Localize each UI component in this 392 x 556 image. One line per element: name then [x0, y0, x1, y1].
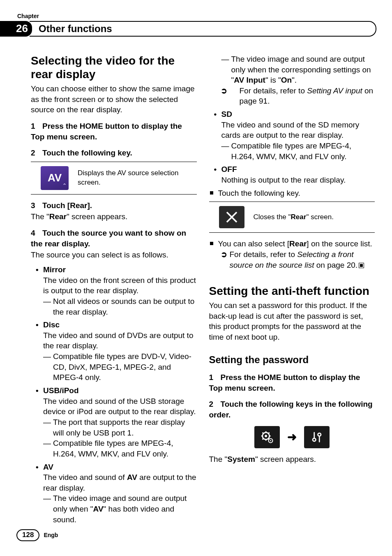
section-heading-rear-display: Selecting the video for the rear display — [31, 54, 197, 81]
step-3: 3Touch [Rear]. — [31, 200, 197, 211]
chapter-title: Other functions — [30, 21, 376, 37]
av-key-row: AV ⌃ Displays the AV source selection sc… — [31, 162, 197, 195]
close-icon — [219, 206, 244, 228]
step-number: 1 — [31, 121, 42, 132]
page-footer: 128 Engb — [16, 529, 58, 541]
svg-point-1 — [265, 435, 267, 437]
system-screen-appears: The "System" screen appears. — [209, 454, 375, 465]
page-content: Selecting the video for the rear display… — [0, 37, 392, 525]
intro-paragraph: You can choose either to show the same i… — [31, 83, 197, 115]
source-sd-note: Compatible file types are MPEG-4, H.264,… — [209, 141, 375, 162]
step-text: Touch the following key. — [42, 148, 132, 157]
page-number: 128 — [16, 529, 39, 541]
source-disc-desc: The video and sound of DVDs are output t… — [31, 330, 197, 351]
source-mirror-note: Not all videos or sounds can be output t… — [31, 296, 197, 317]
source-usb-note-1: The port that supports the rear display … — [31, 417, 197, 438]
source-usb-desc: The video and sound of the USB storage d… — [31, 396, 197, 417]
anti-theft-intro: You can set a password for this product.… — [209, 300, 375, 343]
section-end-icon — [359, 263, 364, 268]
subsection-setting-password: Setting the password — [209, 353, 375, 366]
step-4: 4Touch the source you want to show on th… — [31, 228, 197, 249]
av-source-icon: AV ⌃ — [41, 166, 69, 190]
front-source-reference: For details, refer to Selecting a front … — [209, 249, 375, 270]
step-text: Press the HOME button to display the Top… — [31, 122, 182, 141]
step-1: 1Press the HOME button to display the To… — [31, 121, 197, 142]
chapter-label: Chapter — [17, 12, 392, 20]
step-text: Touch the following keys in the followin… — [209, 400, 373, 419]
source-mirror: Mirror — [31, 264, 197, 275]
step-text: Touch the source you want to show on the… — [31, 229, 186, 248]
av-input-reference: For details, refer to Setting AV input o… — [209, 86, 375, 107]
step-4-intro: The source you can select is as follows. — [31, 250, 197, 260]
source-off-desc: Nothing is output to the rear display. — [209, 175, 375, 185]
source-disc-note: Compatible file types are DVD-V, Video-C… — [31, 351, 197, 383]
source-sd: SD — [209, 109, 375, 120]
chapter-number-badge: 26 — [0, 21, 32, 37]
step-text: Touch [Rear]. — [42, 201, 92, 210]
left-column: Selecting the video for the rear display… — [31, 54, 197, 525]
key-sequence: ➜ — [209, 426, 375, 448]
right-column: The video image and sound are output onl… — [209, 54, 375, 525]
source-off: OFF — [209, 164, 375, 175]
step-number: 1 — [209, 372, 221, 383]
step-text: Press the HOME button to display the Top… — [209, 373, 360, 392]
step-number: 4 — [31, 228, 42, 239]
svg-point-3 — [270, 440, 271, 441]
source-av-note-2: The video image and sound are output onl… — [209, 54, 375, 86]
touch-key-instruction: Touch the following key. — [209, 188, 375, 199]
close-key-row: Closes the "Rear" screen. — [209, 202, 375, 233]
source-usb-note-2: Compatible file types are MPEG-4, H.264,… — [31, 438, 197, 459]
step-3-result: The "Rear" screen appears. — [31, 211, 197, 222]
rear-source-list-note: You can also select [Rear] on the source… — [209, 239, 375, 249]
step-number: 3 — [31, 200, 42, 211]
source-mirror-desc: The video on the front screen of this pr… — [31, 275, 197, 296]
source-disc: Disc — [31, 320, 197, 330]
source-usb-ipod: USB/iPod — [31, 385, 197, 396]
step-2: 2Touch the following key. — [31, 148, 197, 158]
source-av-note-1: The video image and sound are output onl… — [31, 493, 197, 525]
chapter-bar: 26 Other functions — [0, 21, 392, 37]
chevron-up-icon: ⌃ — [62, 182, 67, 189]
source-sd-desc: The video and sound of the SD memory car… — [209, 120, 375, 141]
password-step-1: 1Press the HOME button to display the To… — [209, 372, 375, 393]
language-code: Engb — [44, 531, 58, 539]
source-av: AV — [31, 462, 197, 473]
section-heading-anti-theft: Setting the anti-theft function — [209, 284, 375, 298]
system-tool-icon — [304, 426, 330, 448]
password-step-2: 2Touch the following keys in the followi… — [209, 399, 375, 420]
av-key-description: Displays the AV source selection screen. — [78, 169, 197, 188]
page-header: Chapter 26 Other functions — [0, 0, 392, 37]
arrow-right-icon: ➜ — [287, 429, 297, 445]
source-av-desc: The video and sound of AV are output to … — [31, 472, 197, 493]
step-number: 2 — [209, 399, 221, 410]
av-icon-label: AV — [48, 171, 62, 185]
settings-gear-icon — [254, 426, 280, 448]
close-key-description: Closes the "Rear" screen. — [254, 213, 375, 222]
step-number: 2 — [31, 148, 42, 158]
